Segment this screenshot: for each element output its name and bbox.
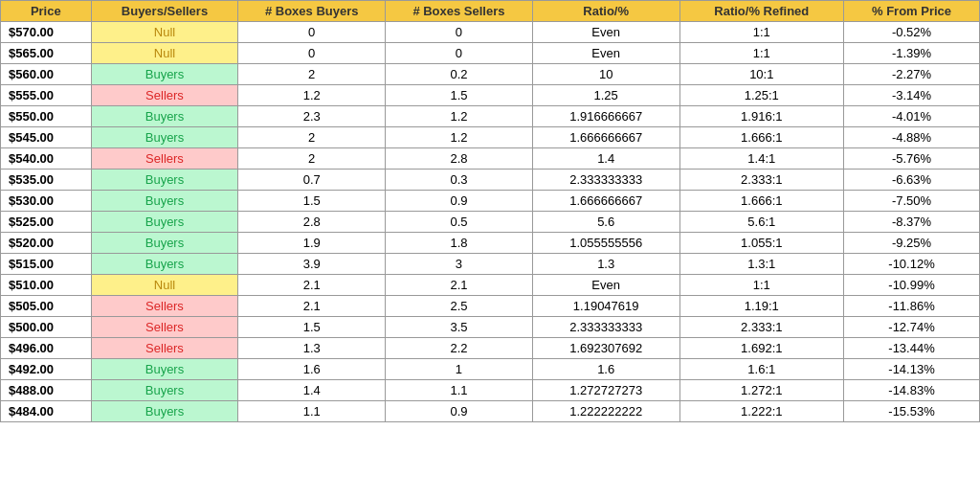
- cell-ratio-refined: 1.3:1: [679, 254, 843, 275]
- cell-buyers-sellers: Sellers: [91, 148, 238, 170]
- table-row: $488.00Buyers1.41.11.2727272731.272:1-14…: [1, 380, 980, 401]
- col-header-boxes-sellers: # Boxes Sellers: [386, 1, 533, 22]
- cell-buyers-sellers: Null: [91, 275, 238, 296]
- table-row: $530.00Buyers1.50.91.6666666671.666:1-7.…: [1, 191, 980, 212]
- cell-buyers-sellers: Buyers: [91, 212, 238, 233]
- cell-buyers-sellers: Sellers: [91, 296, 238, 317]
- cell-boxes-sellers: 0: [386, 43, 533, 64]
- cell-ratio: 1.272727273: [532, 380, 679, 401]
- cell-boxes-sellers: 2.2: [386, 338, 533, 359]
- cell-buyers-sellers: Buyers: [91, 106, 238, 127]
- cell-from-price: -14.83%: [844, 380, 980, 401]
- cell-boxes-buyers: 2: [238, 64, 386, 85]
- cell-boxes-buyers: 2.8: [238, 212, 386, 233]
- cell-boxes-sellers: 1: [386, 359, 533, 380]
- cell-from-price: -4.01%: [844, 106, 980, 127]
- cell-boxes-sellers: 3.5: [386, 317, 533, 338]
- cell-boxes-sellers: 3: [386, 254, 533, 275]
- cell-boxes-sellers: 2.5: [386, 296, 533, 317]
- cell-boxes-buyers: 0.7: [238, 170, 386, 191]
- cell-price: $492.00: [1, 359, 92, 380]
- cell-price: $545.00: [1, 127, 92, 148]
- table-row: $484.00Buyers1.10.91.2222222221.222:1-15…: [1, 401, 980, 422]
- table-row: $555.00Sellers1.21.51.251.25:1-3.14%: [1, 85, 980, 106]
- cell-buyers-sellers: Buyers: [91, 254, 238, 275]
- table-row: $525.00Buyers2.80.55.65.6:1-8.37%: [1, 212, 980, 233]
- cell-ratio-refined: 2.333:1: [679, 317, 843, 338]
- cell-price: $535.00: [1, 170, 92, 191]
- cell-price: $540.00: [1, 148, 92, 170]
- col-header-ratio: Ratio/%: [532, 1, 679, 22]
- cell-ratio: 2.333333333: [532, 317, 679, 338]
- cell-ratio: 1.6: [532, 359, 679, 380]
- cell-from-price: -10.99%: [844, 275, 980, 296]
- cell-from-price: -10.12%: [844, 254, 980, 275]
- cell-ratio: Even: [532, 43, 679, 64]
- cell-boxes-sellers: 0.5: [386, 212, 533, 233]
- cell-ratio: 1.222222222: [532, 401, 679, 422]
- cell-boxes-buyers: 1.2: [238, 85, 386, 106]
- cell-buyers-sellers: Buyers: [91, 64, 238, 85]
- col-header-price: Price: [1, 1, 92, 22]
- table-row: $535.00Buyers0.70.32.3333333332.333:1-6.…: [1, 170, 980, 191]
- cell-ratio: 1.666666667: [532, 191, 679, 212]
- table-row: $496.00Sellers1.32.21.6923076921.692:1-1…: [1, 338, 980, 359]
- cell-from-price: -1.39%: [844, 43, 980, 64]
- cell-ratio-refined: 1.222:1: [679, 401, 843, 422]
- cell-from-price: -9.25%: [844, 233, 980, 254]
- table-row: $560.00Buyers20.21010:1-2.27%: [1, 64, 980, 85]
- cell-price: $510.00: [1, 275, 92, 296]
- cell-price: $525.00: [1, 212, 92, 233]
- cell-from-price: -11.86%: [844, 296, 980, 317]
- cell-boxes-sellers: 2.8: [386, 148, 533, 170]
- cell-boxes-buyers: 1.3: [238, 338, 386, 359]
- cell-price: $570.00: [1, 22, 92, 43]
- cell-ratio: 1.916666667: [532, 106, 679, 127]
- cell-ratio: 1.4: [532, 148, 679, 170]
- cell-ratio-refined: 5.6:1: [679, 212, 843, 233]
- cell-ratio-refined: 2.333:1: [679, 170, 843, 191]
- cell-buyers-sellers: Buyers: [91, 401, 238, 422]
- cell-buyers-sellers: Sellers: [91, 338, 238, 359]
- col-header-from-price: % From Price: [844, 1, 980, 22]
- cell-price: $560.00: [1, 64, 92, 85]
- cell-boxes-buyers: 1.6: [238, 359, 386, 380]
- cell-ratio: 1.3: [532, 254, 679, 275]
- table-row: $500.00Sellers1.53.52.3333333332.333:1-1…: [1, 317, 980, 338]
- cell-from-price: -15.53%: [844, 401, 980, 422]
- table-row: $492.00Buyers1.611.61.6:1-14.13%: [1, 359, 980, 380]
- cell-boxes-sellers: 1.5: [386, 85, 533, 106]
- cell-ratio-refined: 1.272:1: [679, 380, 843, 401]
- table-row: $565.00Null00Even1:1-1.39%: [1, 43, 980, 64]
- cell-from-price: -2.27%: [844, 64, 980, 85]
- cell-boxes-sellers: 1.8: [386, 233, 533, 254]
- cell-boxes-buyers: 2: [238, 148, 386, 170]
- cell-ratio-refined: 1.25:1: [679, 85, 843, 106]
- cell-buyers-sellers: Buyers: [91, 127, 238, 148]
- cell-buyers-sellers: Sellers: [91, 85, 238, 106]
- cell-boxes-buyers: 1.9: [238, 233, 386, 254]
- cell-boxes-buyers: 1.5: [238, 317, 386, 338]
- cell-ratio-refined: 10:1: [679, 64, 843, 85]
- cell-buyers-sellers: Buyers: [91, 359, 238, 380]
- cell-boxes-buyers: 1.4: [238, 380, 386, 401]
- cell-ratio-refined: 1:1: [679, 43, 843, 64]
- cell-ratio-refined: 1:1: [679, 275, 843, 296]
- cell-price: $496.00: [1, 338, 92, 359]
- data-table: Price Buyers/Sellers # Boxes Buyers # Bo…: [0, 0, 980, 422]
- cell-buyers-sellers: Buyers: [91, 191, 238, 212]
- header-row: Price Buyers/Sellers # Boxes Buyers # Bo…: [1, 1, 980, 22]
- cell-ratio: 1.692307692: [532, 338, 679, 359]
- cell-from-price: -8.37%: [844, 212, 980, 233]
- cell-from-price: -13.44%: [844, 338, 980, 359]
- cell-ratio-refined: 1:1: [679, 22, 843, 43]
- cell-ratio: Even: [532, 22, 679, 43]
- cell-buyers-sellers: Buyers: [91, 380, 238, 401]
- cell-boxes-buyers: 3.9: [238, 254, 386, 275]
- main-container: Price Buyers/Sellers # Boxes Buyers # Bo…: [0, 0, 980, 422]
- cell-buyers-sellers: Null: [91, 43, 238, 64]
- cell-ratio-refined: 1.4:1: [679, 148, 843, 170]
- cell-boxes-buyers: 2: [238, 127, 386, 148]
- cell-from-price: -3.14%: [844, 85, 980, 106]
- cell-ratio: 1.666666667: [532, 127, 679, 148]
